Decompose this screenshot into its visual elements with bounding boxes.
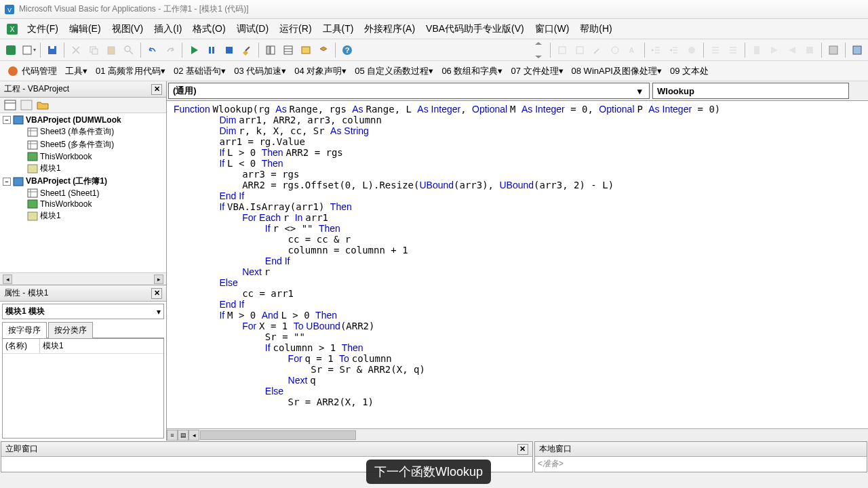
menu-vba-helper[interactable]: VBA代码助手专业版(V) <box>420 20 530 38</box>
tree-item-sheet5[interactable]: Sheet5 (多条件查询) <box>1 138 165 151</box>
view-object-button[interactable] <box>20 100 33 110</box>
project-explorer-button[interactable] <box>262 42 279 58</box>
comment-button[interactable] <box>707 42 724 58</box>
menu-edit[interactable]: 编辑(E) <box>64 20 106 38</box>
svg-marker-28 <box>535 56 542 58</box>
redo-button[interactable] <box>162 42 178 58</box>
indent-button[interactable] <box>648 42 665 58</box>
collapse-icon[interactable]: − <box>3 178 11 186</box>
properties-button[interactable] <box>280 42 296 58</box>
excel-icon[interactable]: X <box>5 22 19 36</box>
collapse-icon[interactable]: − <box>3 116 11 124</box>
extra-tool-1[interactable] <box>825 42 842 58</box>
snippet-07[interactable]: 07 文件处理 ▾ <box>507 63 567 79</box>
chevron-down-icon: ▾ <box>157 307 161 317</box>
toggle-folders-button[interactable] <box>37 100 49 110</box>
tree-item-module1-p2[interactable]: 模块1 <box>1 209 165 222</box>
edit-tool-5[interactable]: A <box>625 42 641 58</box>
menu-format[interactable]: 格式(O) <box>187 20 231 38</box>
design-mode-button[interactable] <box>239 42 255 58</box>
menu-insert[interactable]: 插入(I) <box>149 20 187 38</box>
help-button[interactable]: ? <box>339 42 355 58</box>
run-button[interactable] <box>186 42 202 58</box>
paste-button[interactable] <box>103 42 119 58</box>
view-excel-button[interactable] <box>3 42 19 58</box>
snippet-06[interactable]: 06 数组和字典 ▾ <box>437 63 507 79</box>
menu-window[interactable]: 窗口(W) <box>530 20 575 38</box>
snippet-04[interactable]: 04 对象声明 ▾ <box>290 63 351 79</box>
full-module-view-button[interactable]: ▤ <box>178 430 189 441</box>
code-manager-button[interactable]: 代码管理 <box>3 63 61 79</box>
svg-rect-24 <box>302 47 310 54</box>
snippet-02[interactable]: 02 基础语句 ▾ <box>170 63 230 79</box>
tree-item-thisworkbook-1[interactable]: ThisWorkbook <box>1 151 165 162</box>
tree-item-sheet1[interactable]: Sheet1 (Sheet1) <box>1 188 165 199</box>
procedure-view-button[interactable]: ≡ <box>167 430 178 441</box>
menu-debug[interactable]: 调试(D) <box>231 20 274 38</box>
undo-button[interactable] <box>144 42 161 58</box>
chevron-down-icon[interactable]: ▾ <box>634 86 645 96</box>
properties-grid[interactable]: (名称) 模块1 <box>2 338 164 439</box>
close-immediate-button[interactable]: ✕ <box>517 444 528 455</box>
scroll-right-button[interactable]: ▸ <box>154 274 163 284</box>
svg-marker-17 <box>243 50 248 56</box>
menu-view[interactable]: 视图(V) <box>106 20 149 38</box>
menu-help[interactable]: 帮助(H) <box>574 20 617 38</box>
project-hscrollbar[interactable]: ◂ ▸ <box>0 272 166 285</box>
save-button[interactable] <box>44 42 60 58</box>
insert-module-button[interactable]: ▾ <box>20 42 37 58</box>
menu-file[interactable]: 文件(F) <box>22 20 64 38</box>
tree-item-sheet3[interactable]: Sheet3 (单条件查询) <box>1 125 165 138</box>
project-node-2[interactable]: − VBAProject (工作簿1) <box>1 175 165 188</box>
snippet-09[interactable]: 09 文本处 <box>666 63 713 79</box>
cut-button[interactable] <box>68 42 84 58</box>
project-node-1[interactable]: − VBAProject (DUMWLook <box>1 115 165 125</box>
hscroll-left-button[interactable]: ◂ <box>189 430 199 441</box>
uncomment-button[interactable] <box>725 42 741 58</box>
find-button[interactable] <box>121 42 137 58</box>
close-properties-panel-button[interactable]: ✕ <box>151 288 162 299</box>
snippet-08[interactable]: 08 WinAPI及图像处理 ▾ <box>568 63 666 79</box>
project-1-label: VBAProject (DUMWLook <box>26 115 121 125</box>
tools-dropdown[interactable]: 工具 ▾ <box>61 63 92 79</box>
tab-categorized[interactable]: 按分类序 <box>48 322 93 338</box>
clear-bookmarks-button[interactable] <box>802 42 818 58</box>
code-editor[interactable]: Function Wlookup(rg As Range, rgs As Ran… <box>167 101 868 428</box>
view-code-button[interactable] <box>4 100 16 110</box>
extra-tool-2[interactable] <box>849 42 865 58</box>
outdent-button[interactable] <box>666 42 682 58</box>
edit-tool-1[interactable] <box>554 42 570 58</box>
hscroll-thumb[interactable] <box>200 430 356 440</box>
scroll-left-button[interactable]: ◂ <box>3 274 12 284</box>
edit-tool-2[interactable] <box>572 42 588 58</box>
properties-object-combo[interactable]: 模块1 模块 ▾ <box>2 304 164 319</box>
pause-button[interactable] <box>203 42 220 58</box>
object-combo[interactable]: (通用) ▾ <box>168 83 650 99</box>
svg-text:?: ? <box>345 46 350 54</box>
menu-tools[interactable]: 工具(T) <box>317 20 359 38</box>
property-row-name[interactable]: (名称) 模块1 <box>3 339 163 354</box>
edit-tool-4[interactable] <box>607 42 623 58</box>
menu-run[interactable]: 运行(R) <box>274 20 317 38</box>
project-tree[interactable]: − VBAProject (DUMWLook Sheet3 (单条件查询) Sh… <box>0 113 166 272</box>
next-bookmark-button[interactable] <box>766 42 783 58</box>
object-browser-button[interactable] <box>298 42 314 58</box>
stop-button[interactable] <box>221 42 237 58</box>
close-project-panel-button[interactable]: ✕ <box>151 84 162 95</box>
bookmark-button[interactable] <box>749 42 765 58</box>
snippet-05[interactable]: 05 自定义函数过程 ▾ <box>351 63 437 79</box>
prev-bookmark-button[interactable] <box>784 42 800 58</box>
menu-addins[interactable]: 外接程序(A) <box>359 20 420 38</box>
tree-item-module1-p1[interactable]: 模块1 <box>1 162 165 175</box>
snippet-01[interactable]: 01 高频常用代码 ▾ <box>92 63 170 79</box>
procedure-combo[interactable]: Wlookup <box>652 83 849 99</box>
snippet-03[interactable]: 03 代码加速 ▾ <box>230 63 290 79</box>
edit-tool-3[interactable] <box>589 42 606 58</box>
tree-item-thisworkbook-2[interactable]: ThisWorkbook <box>1 199 165 209</box>
copy-button[interactable] <box>85 42 102 58</box>
toolbox-button[interactable] <box>315 42 332 58</box>
tab-alphabetic[interactable]: 按字母序 <box>2 322 47 338</box>
chevron-down-icon: ▾ <box>83 66 87 76</box>
breakpoint-button[interactable] <box>684 42 700 58</box>
property-value[interactable]: 模块1 <box>40 339 163 353</box>
